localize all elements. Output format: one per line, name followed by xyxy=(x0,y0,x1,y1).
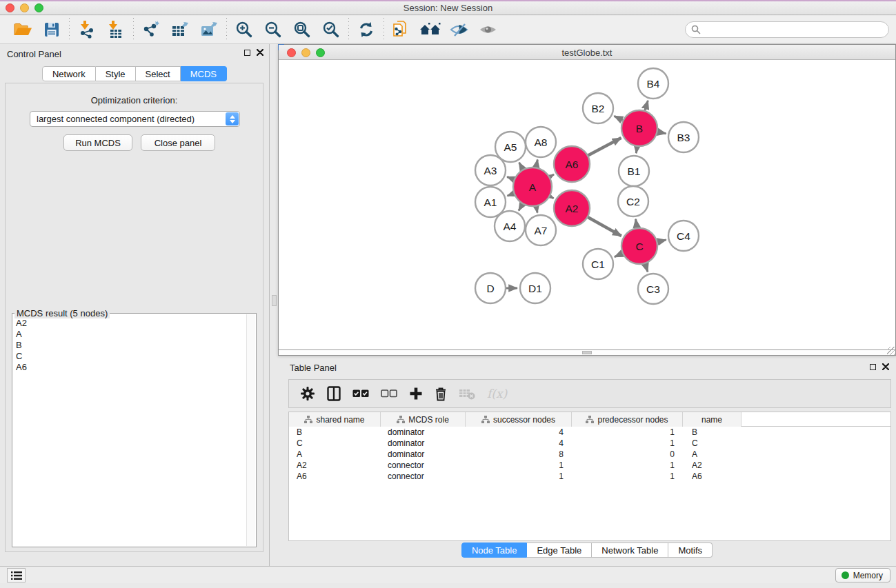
graph-edge-C-C3[interactable] xyxy=(645,263,648,272)
search-input[interactable] xyxy=(701,23,888,36)
graph-edge-A-A7[interactable] xyxy=(536,206,537,213)
tab-node-table[interactable]: Node Table xyxy=(461,543,528,558)
export-table-button[interactable] xyxy=(166,18,195,41)
tab-mcds[interactable]: MCDS xyxy=(181,66,227,81)
mcds-result-item[interactable]: A6 xyxy=(14,362,245,373)
run-mcds-button[interactable]: Run MCDS xyxy=(63,134,132,151)
table-delete-columns-button[interactable] xyxy=(435,387,447,401)
column-header-MCDS-role[interactable]: MCDS role xyxy=(381,412,466,427)
table-cell[interactable]: 1 xyxy=(572,427,683,438)
close-panel-button[interactable]: Close panel xyxy=(141,134,215,151)
graph-edge-A-A5[interactable] xyxy=(519,163,524,170)
table-row[interactable]: Bdominator41B xyxy=(289,427,890,438)
zoom-out-button[interactable] xyxy=(259,18,288,41)
table-select-all-columns-button[interactable] xyxy=(352,389,369,398)
graph-edge-B-B3[interactable] xyxy=(657,132,666,134)
table-cell[interactable]: 1 xyxy=(572,438,683,449)
tab-edge-table[interactable]: Edge Table xyxy=(527,543,592,558)
network-from-selection-button[interactable] xyxy=(387,18,416,41)
graph-edge-B-B4[interactable] xyxy=(645,101,648,111)
table-cell[interactable]: connector xyxy=(381,460,466,471)
graph-edge-C-C4[interactable] xyxy=(657,240,666,242)
hide-selected-button[interactable] xyxy=(445,18,474,41)
table-row[interactable]: A6connector11A6 xyxy=(289,471,890,482)
table-cell[interactable]: C xyxy=(683,438,741,449)
mcds-result-scrollbar[interactable] xyxy=(246,314,255,546)
table-cell[interactable]: 1 xyxy=(466,471,572,482)
tab-motifs[interactable]: Motifs xyxy=(668,543,713,558)
close-table-panel-icon[interactable] xyxy=(882,363,889,370)
graph-edge-A-A1[interactable] xyxy=(508,194,515,196)
table-cell[interactable]: connector xyxy=(381,471,466,482)
table-cell[interactable]: A xyxy=(289,449,381,460)
table-cell[interactable]: C xyxy=(289,438,381,449)
column-header-name[interactable]: name xyxy=(683,412,741,427)
network-canvas[interactable]: B4B2BB3A8A5A6A3B1AC2A1A2A4A7C4CC1DD1C3 xyxy=(279,61,895,349)
zoom-selected-button[interactable] xyxy=(317,18,346,41)
node-table[interactable]: shared nameMCDS rolesuccessor nodesprede… xyxy=(288,412,891,541)
search-box[interactable] xyxy=(685,21,889,38)
mcds-result-item[interactable]: A xyxy=(14,329,245,340)
memory-button[interactable]: Memory xyxy=(835,568,890,582)
table-cell[interactable]: B xyxy=(289,427,381,438)
table-cell[interactable]: dominator xyxy=(381,438,466,449)
table-split-view-button[interactable] xyxy=(327,386,341,401)
table-row[interactable]: Adominator80A xyxy=(289,449,890,460)
graph-edge-C-C2[interactable] xyxy=(636,219,637,228)
export-network-button[interactable] xyxy=(137,18,166,41)
table-cell[interactable]: 1 xyxy=(572,460,683,471)
table-cell[interactable]: 1 xyxy=(572,471,683,482)
table-cell[interactable]: 0 xyxy=(572,449,683,460)
tab-select[interactable]: Select xyxy=(136,66,181,81)
table-cell[interactable]: 4 xyxy=(466,438,572,449)
graph-edge-A-A4[interactable] xyxy=(519,203,523,210)
table-cell[interactable]: A6 xyxy=(289,471,381,482)
network-resize-handle[interactable] xyxy=(887,347,895,355)
close-panel-icon[interactable] xyxy=(257,49,263,56)
mcds-result-item[interactable]: C xyxy=(14,351,245,362)
graph-edge-C-C1[interactable] xyxy=(615,253,623,256)
first-neighbors-button[interactable] xyxy=(416,18,445,41)
network-divider-grip[interactable] xyxy=(582,351,592,354)
graph-edge-A-A3[interactable] xyxy=(507,177,515,180)
column-header-shared-name[interactable]: shared name xyxy=(289,412,381,427)
tab-style[interactable]: Style xyxy=(96,66,136,81)
table-deselect-all-columns-button[interactable] xyxy=(381,389,397,398)
tab-network-table[interactable]: Network Table xyxy=(592,543,668,558)
import-table-button[interactable] xyxy=(101,18,130,41)
table-cell[interactable]: A2 xyxy=(683,460,741,471)
graph-edge-B-B1[interactable] xyxy=(636,146,637,153)
task-history-button[interactable] xyxy=(7,568,26,582)
zoom-in-button[interactable] xyxy=(230,18,259,41)
table-cell[interactable]: 4 xyxy=(466,427,572,438)
table-cell[interactable]: A xyxy=(683,449,741,460)
column-header-predecessor-nodes[interactable]: predecessor nodes xyxy=(572,412,683,427)
float-table-panel-icon[interactable] xyxy=(870,364,876,370)
network-window-titlebar[interactable]: testGlobe.txt xyxy=(279,45,895,60)
open-session-button[interactable] xyxy=(8,18,37,41)
graph-edge-A-A8[interactable] xyxy=(536,160,537,168)
show-all-button[interactable] xyxy=(474,18,503,41)
mcds-result-item[interactable]: B xyxy=(14,340,245,351)
float-panel-icon[interactable] xyxy=(244,50,250,56)
zoom-fit-button[interactable] xyxy=(288,18,317,41)
panel-divider-grip[interactable] xyxy=(272,295,277,306)
table-cell[interactable]: 8 xyxy=(466,449,572,460)
refresh-layout-button[interactable] xyxy=(352,18,381,41)
graph-edge-A6-B[interactable] xyxy=(588,138,621,156)
graph-edge-A2-C[interactable] xyxy=(588,217,621,236)
tab-network[interactable]: Network xyxy=(42,66,96,81)
table-row[interactable]: Cdominator41C xyxy=(289,438,890,449)
table-cell[interactable]: B xyxy=(683,427,741,438)
table-cell[interactable]: A6 xyxy=(683,471,741,482)
mcds-result-item[interactable]: A2 xyxy=(14,318,245,329)
table-cell[interactable]: A2 xyxy=(289,460,381,471)
table-settings-button[interactable] xyxy=(300,386,315,401)
table-cell[interactable]: dominator xyxy=(381,449,466,460)
import-network-button[interactable] xyxy=(72,18,101,41)
graph-edge-B-B2[interactable] xyxy=(614,116,623,120)
optimization-criterion-dropdown[interactable]: largest connected component (directed) xyxy=(30,111,240,127)
save-session-button[interactable] xyxy=(37,18,66,41)
export-image-button[interactable] xyxy=(195,18,223,41)
table-cell[interactable]: dominator xyxy=(381,427,466,438)
